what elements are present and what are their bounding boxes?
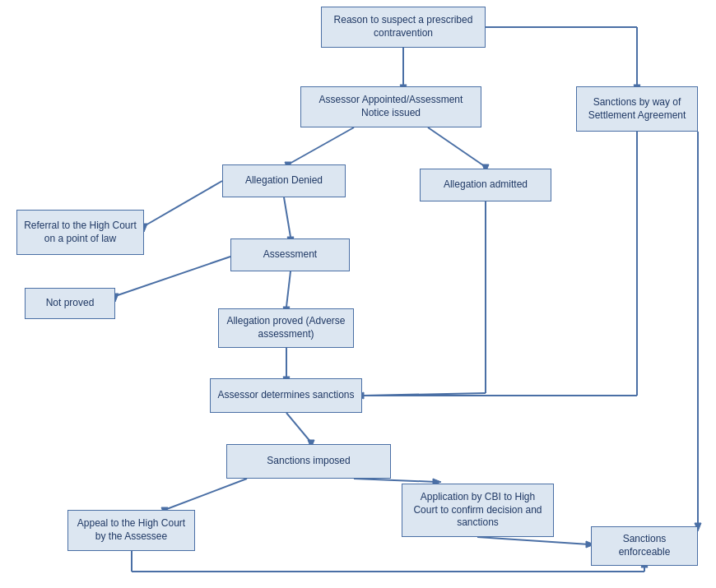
svg-line-13 bbox=[115, 257, 230, 296]
reason-box: Reason to suspect a prescribed contraven… bbox=[321, 7, 486, 48]
svg-line-28 bbox=[354, 479, 436, 482]
proved-box: Allegation proved (Adverse assessment) bbox=[218, 308, 354, 348]
assessor-sanctions-box: Assessor determines sanctions bbox=[210, 378, 362, 413]
not-proved-box: Not proved bbox=[25, 288, 115, 319]
svg-line-26 bbox=[165, 479, 247, 510]
svg-line-30 bbox=[477, 537, 589, 544]
sanctions-imposed-box: Sanctions imposed bbox=[226, 444, 391, 479]
svg-line-5 bbox=[288, 127, 354, 164]
svg-line-15 bbox=[286, 271, 291, 307]
admitted-box: Allegation admitted bbox=[420, 169, 551, 201]
denied-box: Allegation Denied bbox=[222, 164, 346, 197]
assessment-box: Assessment bbox=[230, 238, 350, 271]
svg-line-9 bbox=[144, 181, 222, 226]
flowchart-diagram: Reason to suspect a prescribed contraven… bbox=[0, 0, 716, 588]
svg-line-20 bbox=[364, 393, 486, 396]
svg-line-7 bbox=[428, 127, 486, 167]
svg-line-24 bbox=[286, 413, 311, 442]
svg-line-11 bbox=[284, 197, 291, 237]
enforceable-box: Sanctions enforceable bbox=[591, 526, 698, 566]
assessor-box: Assessor Appointed/Assessment Notice iss… bbox=[300, 86, 481, 127]
settlement-box: Sanctions by way of Settlement Agreement bbox=[576, 86, 698, 132]
highcourt-ref-box: Referral to the High Court on a point of… bbox=[16, 210, 144, 255]
appeal-box: Appeal to the High Court by the Assessee bbox=[67, 510, 195, 551]
cbi-app-box: Application by CBI to High Court to conf… bbox=[402, 484, 554, 537]
